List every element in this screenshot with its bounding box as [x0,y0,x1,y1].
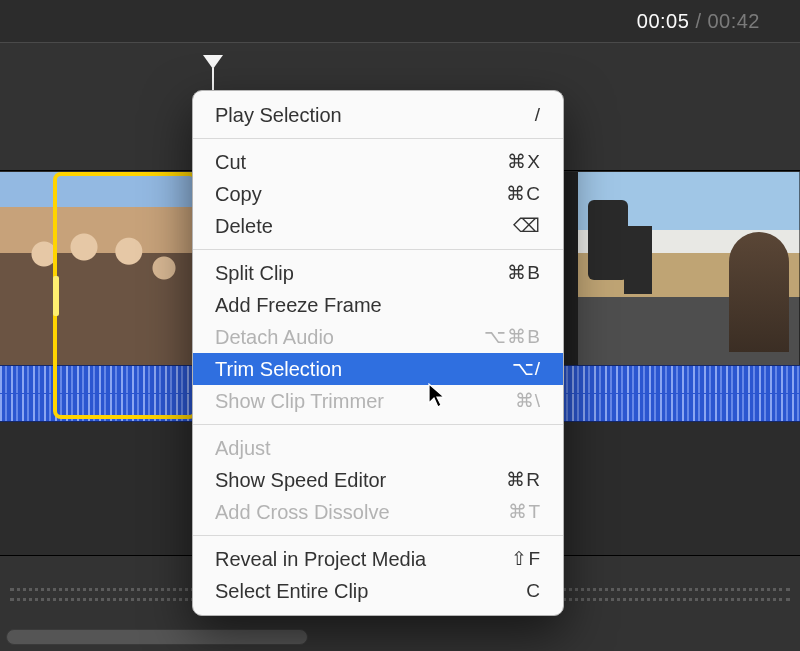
menu-item-label: Add Freeze Frame [215,292,382,318]
menu-item-label: Show Speed Editor [215,467,386,493]
menu-item-label: Show Clip Trimmer [215,388,384,414]
time-separator: / [695,10,701,33]
menu-item-label: Detach Audio [215,324,334,350]
menu-item-label: Select Entire Clip [215,578,368,604]
timecode-bar: 00:05 / 00:42 [0,0,800,43]
menu-item-add-freeze-frame[interactable]: Add Freeze Frame [193,289,563,321]
menu-item-shortcut: ⌥⌘B [484,324,541,350]
menu-item-label: Play Selection [215,102,342,128]
clip-thumbnail-1[interactable] [0,172,200,365]
menu-item-label: Cut [215,149,246,175]
menu-item-cut[interactable]: Cut⌘X [193,146,563,178]
menu-item-label: Copy [215,181,262,207]
menu-item-label: Trim Selection [215,356,342,382]
menu-item-shortcut: C [526,578,541,604]
menu-item-label: Delete [215,213,273,239]
menu-item-adjust: Adjust [193,432,563,464]
clip-thumbnail-2[interactable] [578,172,800,365]
menu-item-delete[interactable]: Delete⌫ [193,210,563,242]
menu-item-shortcut: / [535,102,541,128]
menu-separator [193,535,563,536]
menu-item-show-speed-editor[interactable]: Show Speed Editor⌘R [193,464,563,496]
menu-item-shortcut: ⌘X [507,149,541,175]
menu-separator [193,138,563,139]
menu-item-shortcut: ⌘C [506,181,541,207]
menu-item-label: Add Cross Dissolve [215,499,390,525]
menu-item-label: Adjust [215,435,271,461]
menu-item-shortcut: ⌘R [506,467,541,493]
menu-item-detach-audio: Detach Audio⌥⌘B [193,321,563,353]
menu-item-label: Split Clip [215,260,294,286]
menu-item-reveal-in-project-media[interactable]: Reveal in Project Media⇧F [193,543,563,575]
menu-item-shortcut: ⌘B [507,260,541,286]
menu-item-shortcut: ⌘T [508,499,541,525]
menu-item-add-cross-dissolve: Add Cross Dissolve⌘T [193,496,563,528]
context-menu[interactable]: Play Selection/Cut⌘XCopy⌘CDelete⌫Split C… [192,90,564,616]
playhead-icon[interactable] [203,55,223,69]
time-total: 00:42 [707,10,760,33]
menu-separator [193,424,563,425]
horizontal-scrollbar[interactable] [6,629,308,645]
menu-separator [193,249,563,250]
menu-item-trim-selection[interactable]: Trim Selection⌥/ [193,353,563,385]
menu-item-split-clip[interactable]: Split Clip⌘B [193,257,563,289]
menu-item-select-entire-clip[interactable]: Select Entire ClipC [193,575,563,607]
menu-item-label: Reveal in Project Media [215,546,426,572]
menu-item-show-clip-trimmer: Show Clip Trimmer⌘\ [193,385,563,417]
menu-item-shortcut: ⌫ [513,213,541,239]
time-current: 00:05 [637,10,690,33]
menu-item-copy[interactable]: Copy⌘C [193,178,563,210]
menu-item-shortcut: ⌥/ [512,356,541,382]
menu-item-shortcut: ⌘\ [515,388,541,414]
menu-item-shortcut: ⇧F [511,546,541,572]
menu-item-play-selection[interactable]: Play Selection/ [193,99,563,131]
